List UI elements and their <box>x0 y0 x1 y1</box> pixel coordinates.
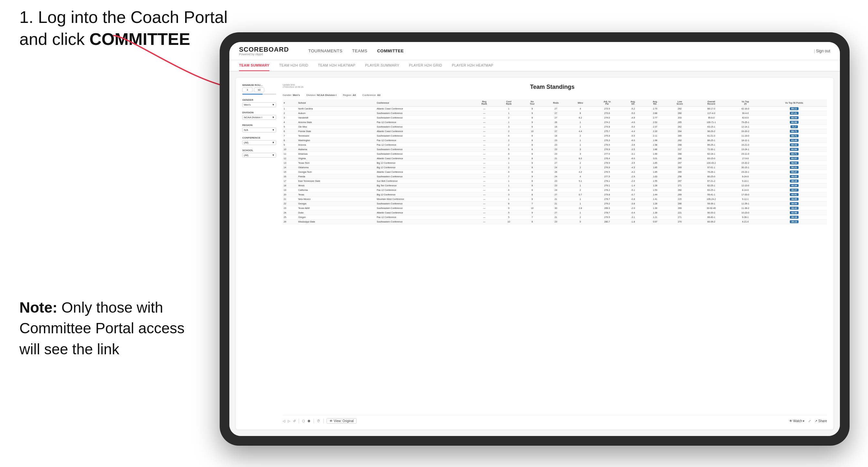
cell-no-tour: 8 <box>521 152 544 156</box>
nav-tournaments[interactable]: TOURNAMENTS <box>308 47 342 55</box>
cell-avg-rd: 2.11 <box>644 134 666 138</box>
cell-overall: 82-25-1 <box>693 183 730 188</box>
table-row: 6 Florida State Atlantic Coast Conferenc… <box>283 129 827 134</box>
sub-nav-player-h2h-grid[interactable]: PLAYER H2H GRID <box>409 60 442 71</box>
cell-no-tour: 8 <box>521 188 544 192</box>
cell-low: 262 <box>666 125 693 129</box>
cell-sg: -0.7 <box>622 192 644 197</box>
cell-conference: Pac-12 Conference <box>376 188 472 192</box>
cell-avg-rd: 2.70 <box>644 106 666 111</box>
cell-low: 260 <box>666 111 693 116</box>
cell-pts: 38.18 <box>762 215 827 220</box>
cell-low: 270 <box>666 220 693 224</box>
col-overall: OverallRecord <box>693 99 730 106</box>
toolbar-clock[interactable]: ⏱ <box>317 419 320 423</box>
filter-conference-select[interactable]: (All)▼ <box>242 140 276 145</box>
cell-reg-rank: — <box>472 125 497 129</box>
cell-low: 262 <box>666 138 693 143</box>
share-button[interactable]: ↗ Share <box>815 419 827 423</box>
nav-teams[interactable]: TEAMS <box>352 47 367 55</box>
filter-min-input[interactable]: 4 <box>242 88 253 92</box>
cell-overall: 109-24-2 <box>693 197 730 201</box>
table-row: 26 Mississippi State Southeastern Confer… <box>283 220 827 224</box>
col-vs-top50-pts: Vs Top 50 Points <box>762 99 827 106</box>
cell-sg: -3.6 <box>622 143 644 147</box>
cell-wins: 2 <box>568 188 592 192</box>
cell-wins: 4.4 <box>568 129 592 134</box>
toolbar-forward[interactable]: ▷ <box>288 419 290 423</box>
filter-division-select[interactable]: NCAA Division I▼ <box>242 115 276 120</box>
cell-overall: 90-33-2 <box>693 211 730 215</box>
cell-school: Florida State <box>297 129 376 134</box>
cell-wins: 1 <box>568 183 592 188</box>
filter-region-select[interactable]: N/A▼ <box>242 128 276 132</box>
cell-conf-rank: 3 <box>497 125 521 129</box>
filter-slider[interactable] <box>242 94 276 95</box>
cell-reg-rank: — <box>472 220 497 224</box>
table-row: 15 Georgia Tech Atlantic Coast Conferenc… <box>283 170 827 175</box>
cell-avg-rd: 2.77 <box>644 116 666 120</box>
toolbar-sep3: | <box>323 418 324 424</box>
view-original-button[interactable]: 👁 View: Original <box>327 418 356 424</box>
filter-school-select[interactable]: (All)▼ <box>242 153 276 158</box>
cell-reg-rank: — <box>472 138 497 143</box>
cell-conf-rank: 1 <box>497 106 521 111</box>
cell-vs25: 18-12-1 <box>730 138 762 143</box>
cell-wins: 6.2 <box>568 116 592 120</box>
toolbar-refresh[interactable]: ↺ <box>293 419 296 423</box>
cell-pts: 38.54 <box>762 201 827 206</box>
cell-no-tour: 10 <box>521 206 544 211</box>
cell-reg-rank: — <box>472 201 497 206</box>
toolbar-back[interactable]: ◁ <box>283 419 285 423</box>
sub-nav-player-h2h-heatmap[interactable]: PLAYER H2H HEATMAP <box>452 60 493 71</box>
cell-conf-rank: 1 <box>497 197 521 201</box>
cell-wins: 1 <box>568 138 592 143</box>
cell-wins: 4 <box>568 175 592 179</box>
cell-reg-rank: — <box>472 183 497 188</box>
cell-low: 271 <box>666 183 693 188</box>
cell-vs25: 11-38-2 <box>730 206 762 211</box>
watch-button[interactable]: 👁 Watch ▾ <box>789 419 804 423</box>
cell-vs25: 8-14-0 <box>730 188 762 192</box>
cell-reg-rank: — <box>472 192 497 197</box>
sub-nav-team-h2h-heatmap[interactable]: TEAM H2H HEATMAP <box>318 60 355 71</box>
nav-committee[interactable]: COMMITTEE <box>377 47 404 55</box>
cell-school: Auburn <box>297 111 376 116</box>
cell-overall: 96-29-2 <box>693 129 730 134</box>
filter-max-input[interactable]: 30 <box>254 88 264 92</box>
cell-reg-rank: — <box>472 143 497 147</box>
filter-gender-select[interactable]: Men's▼ <box>242 102 276 107</box>
table-toolbar: ◁ ▷ ↺ | ⬡ ⬢ | ⏱ | 👁 View: Original <box>283 415 827 424</box>
cell-school: Duke <box>297 211 376 215</box>
cell-avg-rd: 1.28 <box>644 183 666 188</box>
table-scroll-area[interactable]: # School Conference RegRank ConfRank NoT… <box>283 99 827 412</box>
sub-nav-player-summary[interactable]: PLAYER SUMMARY <box>365 60 399 71</box>
cell-reg-rank: — <box>472 211 497 215</box>
cell-sg: -4.2 <box>622 170 644 175</box>
table-row: 25 Oregon Pac-12 Conference — 5 7 21 2 2… <box>283 215 827 220</box>
cell-avg-rd: 1.98 <box>644 138 666 143</box>
cell-avg-rd: 1.85 <box>644 161 666 165</box>
sub-nav-team-summary[interactable]: TEAM SUMMARY <box>239 60 270 71</box>
cell-adj-score: 276.5 <box>592 143 622 147</box>
cell-adj-score: 277.5 <box>592 175 622 179</box>
sign-out-link[interactable]: | Sign out <box>814 49 830 53</box>
cell-low: 271 <box>666 215 693 220</box>
filter-school-label: School <box>242 149 276 152</box>
cell-pts: 63.49 <box>762 138 827 143</box>
cell-pts: 42.98 <box>762 211 827 215</box>
cell-pts: 38.42 <box>762 206 827 211</box>
toolbar-share2[interactable]: ⬡ <box>302 419 305 423</box>
toolbar-expand[interactable]: ⤢ <box>808 419 811 423</box>
cell-pts: 40.91 <box>762 192 827 197</box>
sub-nav-team-h2h-grid[interactable]: TEAM H2H GRID <box>279 60 308 71</box>
cell-sg: -3.8 <box>622 201 644 206</box>
cell-rank: 6 <box>283 129 297 134</box>
cell-pts: 87.21 <box>762 111 827 116</box>
toolbar-copy[interactable]: ⬢ <box>308 419 310 423</box>
main-nav: TOURNAMENTS TEAMS COMMITTEE <box>308 47 403 55</box>
cell-adj-score: 276.4 <box>592 156 622 161</box>
col-vs-top25: Vs Top25 <box>730 99 762 106</box>
cell-vs25: 33-20-2 <box>730 129 762 134</box>
filter-school: School (All)▼ <box>242 149 276 158</box>
